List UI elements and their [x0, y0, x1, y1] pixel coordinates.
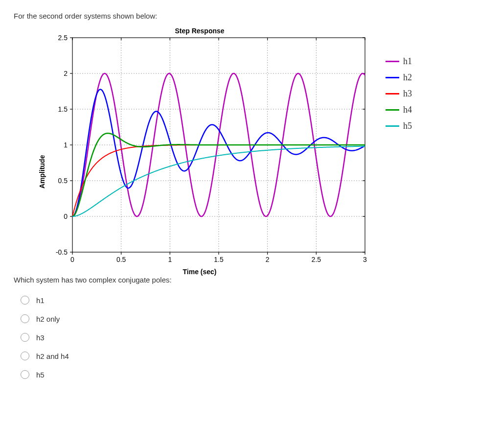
legend-label: h2 — [403, 72, 412, 83]
svg-text:0: 0 — [64, 212, 68, 220]
option-label: h2 only — [36, 315, 60, 323]
radio-icon[interactable] — [21, 370, 29, 379]
legend-swatch — [386, 125, 399, 127]
svg-text:2.5: 2.5 — [58, 34, 68, 42]
radio-icon[interactable] — [21, 333, 29, 342]
svg-text:2.5: 2.5 — [312, 256, 321, 263]
chart-title: Step Response — [33, 27, 366, 35]
svg-text:3: 3 — [363, 256, 367, 263]
svg-text:0.5: 0.5 — [116, 256, 126, 263]
legend-swatch — [386, 93, 399, 94]
option-opt-h5[interactable]: h5 — [21, 370, 487, 379]
svg-text:1: 1 — [64, 141, 68, 149]
svg-text:0.5: 0.5 — [58, 177, 68, 185]
option-opt-h3[interactable]: h3 — [21, 333, 487, 342]
legend-item-h4: h4 — [386, 105, 412, 115]
option-label: h5 — [36, 371, 45, 379]
chart-xlabel: Time (sec) — [33, 268, 366, 276]
chart-plot: 00.511.522.53-0.500.511.522.5 — [33, 27, 376, 267]
svg-text:2: 2 — [266, 256, 270, 263]
svg-text:1.5: 1.5 — [58, 105, 68, 113]
option-label: h2 and h4 — [36, 352, 69, 360]
svg-text:1.5: 1.5 — [214, 256, 224, 263]
svg-text:1: 1 — [168, 256, 172, 263]
chart-legend: h1h2h3h4h5 — [386, 56, 412, 137]
svg-text:2: 2 — [64, 70, 68, 77]
option-label: h3 — [36, 333, 45, 342]
chart-container: Step Response Amplitude 00.511.522.53-0.… — [33, 27, 487, 267]
legend-item-h1: h1 — [386, 56, 412, 67]
option-opt-h2h4[interactable]: h2 and h4 — [21, 352, 487, 360]
answer-options: h1h2 onlyh3h2 and h4h5 — [21, 296, 487, 379]
option-opt-h1[interactable]: h1 — [21, 296, 487, 305]
question-intro: For the second order systems shown below… — [14, 12, 487, 20]
series-h5 — [72, 146, 365, 216]
legend-swatch — [386, 61, 399, 62]
legend-item-h3: h3 — [386, 89, 412, 99]
radio-icon[interactable] — [21, 352, 29, 360]
legend-item-h5: h5 — [386, 121, 412, 131]
legend-label: h5 — [403, 121, 412, 131]
option-opt-h2only[interactable]: h2 only — [21, 314, 487, 323]
svg-text:0: 0 — [70, 256, 74, 263]
chart-ylabel: Amplitude — [38, 155, 46, 189]
legend-swatch — [386, 109, 399, 111]
option-label: h1 — [36, 296, 45, 305]
radio-icon[interactable] — [21, 314, 29, 323]
legend-label: h3 — [403, 89, 412, 99]
svg-text:-0.5: -0.5 — [56, 248, 68, 256]
legend-item-h2: h2 — [386, 72, 412, 83]
question-text: Which system has two complex conjugate p… — [14, 276, 487, 284]
legend-label: h1 — [403, 56, 412, 67]
radio-icon[interactable] — [21, 296, 29, 305]
legend-label: h4 — [403, 105, 412, 115]
legend-swatch — [386, 77, 399, 78]
